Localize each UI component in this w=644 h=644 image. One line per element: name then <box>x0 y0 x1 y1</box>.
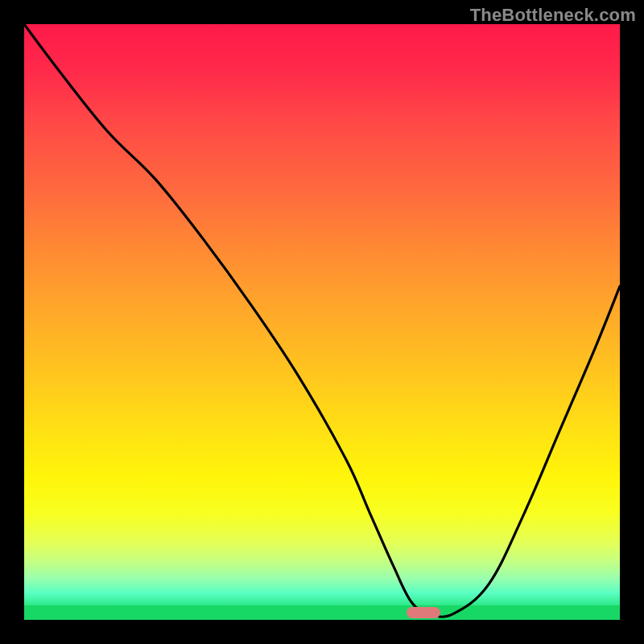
plot-area <box>24 24 620 620</box>
watermark-text: TheBottleneck.com <box>470 5 636 26</box>
optimal-marker <box>407 607 440 618</box>
chart-frame: TheBottleneck.com <box>0 0 644 644</box>
bottleneck-curve <box>24 24 620 620</box>
zero-bottleneck-band <box>24 605 620 620</box>
